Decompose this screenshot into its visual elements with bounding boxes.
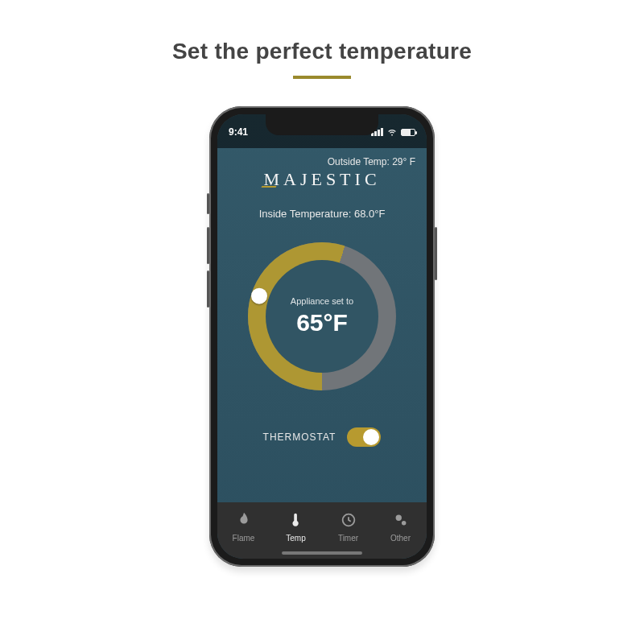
tab-temp-label: Temp — [286, 534, 305, 543]
thermometer-icon — [287, 511, 305, 530]
thermostat-row: THERMOSTAT — [263, 427, 382, 447]
svg-point-2 — [401, 520, 406, 525]
tab-flame-label: Flame — [233, 534, 255, 543]
thermostat-toggle[interactable] — [347, 427, 381, 447]
volume-down-button — [207, 270, 209, 308]
screen: 9:41 Outside Temp: 29° F MAJESTIC Inside… — [217, 114, 427, 559]
status-time: 9:41 — [229, 126, 248, 138]
tab-bar: Flame Temp Timer Other — [217, 502, 427, 559]
inside-temp-label: Inside Temperature: 68.0°F — [259, 208, 386, 220]
mute-switch — [207, 193, 209, 214]
outside-temp-label: Outside Temp: 29° F — [328, 156, 415, 167]
clock-icon — [340, 511, 357, 530]
volume-up-button — [207, 227, 209, 264]
temperature-dial[interactable]: Appliance set to 65°F — [248, 242, 396, 390]
phone-frame: 9:41 Outside Temp: 29° F MAJESTIC Inside… — [209, 106, 435, 567]
toggle-knob — [363, 429, 379, 445]
brand-logo: MAJESTIC — [263, 169, 380, 190]
flame-icon — [235, 511, 253, 530]
wifi-icon — [386, 126, 398, 139]
gears-icon — [392, 511, 410, 530]
tab-timer[interactable]: Timer — [322, 502, 374, 551]
notch — [266, 114, 378, 135]
tab-temp[interactable]: Temp — [270, 502, 322, 551]
tab-other[interactable]: Other — [374, 502, 427, 551]
power-button — [435, 227, 437, 280]
page-headline: Set the perfect temperature — [172, 39, 472, 64]
dial-set-label: Appliance set to — [291, 296, 353, 306]
dial-center: Appliance set to 65°F — [266, 260, 378, 373]
headline-underline — [293, 76, 351, 79]
tab-flame[interactable]: Flame — [217, 502, 270, 551]
app-content: Outside Temp: 29° F MAJESTIC Inside Temp… — [217, 148, 427, 502]
tab-other-label: Other — [390, 534, 411, 543]
battery-icon — [401, 129, 415, 136]
dial-set-value: 65°F — [296, 309, 348, 336]
tab-timer-label: Timer — [338, 534, 358, 543]
dial-handle[interactable] — [251, 288, 267, 304]
home-indicator[interactable] — [282, 551, 362, 555]
svg-point-1 — [395, 514, 401, 520]
thermostat-label: THERMOSTAT — [263, 431, 336, 443]
